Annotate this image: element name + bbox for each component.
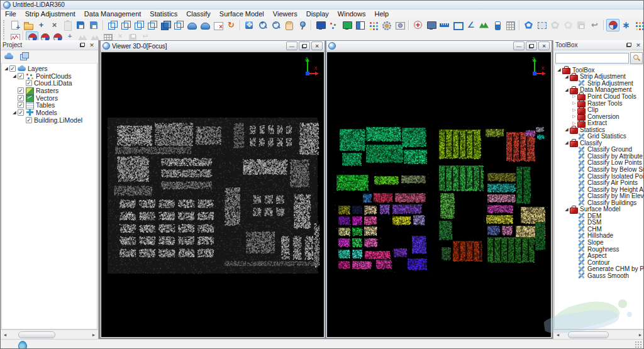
tree-item-gauss-smooth[interactable]: Gauss Smooth [555,272,643,279]
add-class-icon[interactable]: + [64,31,76,41]
grid-mode-icon[interactable] [101,31,114,41]
add-data-icon[interactable]: + [35,19,48,31]
pin-view-icon[interactable] [296,19,309,31]
tree-item-rasters[interactable]: ✓Rasters [2,87,97,94]
viewer1-canvas[interactable] [101,52,324,337]
tree-item-extract[interactable]: ▷Extract [555,119,643,126]
layer-checkbox[interactable]: ✓ [18,73,24,79]
open-data-icon[interactable] [21,19,35,31]
scroll-right-icon[interactable]: ► [636,331,644,338]
viewer2-restore-button[interactable] [526,42,537,50]
view-left-icon[interactable] [132,19,145,31]
expand-expand-icon[interactable]: ▷ [571,94,577,99]
expand-expand-icon[interactable]: ▷ [571,114,577,119]
viewer2-close-button[interactable]: ✕ [538,42,550,50]
undo-edit-icon[interactable]: ↩ [139,31,152,41]
view-right-icon[interactable] [145,19,158,31]
scroll-left-icon[interactable]: ◄ [554,331,562,338]
display-by-class-icon[interactable] [606,19,619,31]
tree-item-grid-statistics[interactable]: Grid Statistics [555,133,643,140]
resize-grip[interactable] [635,341,642,348]
scroll-left-icon[interactable]: ◄ [1,331,9,338]
color-table-icon[interactable] [367,19,380,31]
title-bar[interactable]: Untitled-LiDAR360 [1,1,643,9]
tree-item-vectors[interactable]: ✓Vectors [2,94,97,102]
tree-item-data-management[interactable]: ◢Data Management [555,87,643,94]
tree-item-classify-buildings[interactable]: Classify Buildings [555,199,643,206]
view-iso-sw-icon[interactable] [185,19,198,31]
tree-item-classify-air-points[interactable]: Classify Air Points [555,179,643,186]
view-bottom-icon[interactable] [119,19,132,31]
link-viewers-icon[interactable] [327,19,340,31]
save-project-as-icon[interactable] [87,19,101,31]
layer-checkbox[interactable]: ✓ [26,117,32,123]
add-point-cloud-icon[interactable] [3,50,18,63]
select-freehand-icon[interactable] [562,19,575,31]
layer-checkbox[interactable]: ✓ [18,102,24,108]
remove-data-icon[interactable]: × [48,19,61,31]
expand-collapse-icon[interactable]: ◢ [11,110,18,115]
tree-item-slope[interactable]: Slope [555,239,643,246]
tree-item-dem[interactable]: DEM [555,213,643,219]
expand-expand-icon[interactable]: ▷ [571,121,577,126]
viewer1-restore-button[interactable] [299,42,310,50]
view-back-icon[interactable] [172,19,185,31]
measure-area-icon[interactable] [451,19,464,31]
view-top-icon[interactable] [106,19,119,31]
tree-item-raster-tools[interactable]: ▷Raster Tools [555,100,643,107]
tree-item-strip-adjustment[interactable]: Strip Adjustment [555,80,643,87]
tree-item-classify-isolated-points[interactable]: Classify Isolated Points [555,173,643,180]
viewer1-close-button[interactable]: ✕ [311,42,323,50]
plot-profile-icon[interactable] [8,31,21,41]
toolbox-search-input[interactable] [555,53,629,64]
tree-item-tables[interactable]: ✓Tables [2,101,97,109]
expand-collapse-icon[interactable]: ◢ [11,74,18,79]
toolbox-hscrollbar[interactable]: ◄ ► [553,330,644,339]
measure-grid-icon[interactable] [504,19,517,31]
tree-item-surface-model[interactable]: ◢Surface Model [555,206,643,213]
menu-item-help[interactable]: Help [370,9,393,18]
rotate-view-icon[interactable]: ↻ [225,19,238,31]
layer-stack-icon[interactable] [18,50,33,63]
tree-item-classify-ground[interactable]: Classify Ground [555,147,643,153]
window-layout-icon[interactable] [353,19,367,31]
tree-item-models[interactable]: ◢✓Models [2,109,97,116]
expand-collapse-icon[interactable]: ◢ [564,207,570,212]
save-result-icon[interactable] [126,31,139,41]
display-by-elevation-icon[interactable] [633,19,644,31]
expand-collapse-icon[interactable]: ◢ [3,66,9,71]
pan-icon[interactable] [282,19,296,31]
tree-item-statistics[interactable]: ◢Statistics [555,126,643,133]
toolbox-float-button[interactable] [625,41,633,49]
menu-item-display[interactable]: Display [302,9,333,18]
view-front-icon[interactable] [158,19,172,31]
display-mode-icon[interactable] [340,19,353,31]
expand-expand-icon[interactable]: ▷ [571,108,577,113]
tree-item-contour[interactable]: Contour [555,259,643,266]
measure-volume-icon[interactable] [477,19,491,31]
menu-item-strip-adjustment[interactable]: Strip Adjustment [21,9,80,18]
tree-item-classify-by-below-surface[interactable]: Classify by Below Surface [555,166,643,173]
tree-item-classify-by-attribute[interactable]: Classify by Attribute [555,153,643,160]
viewer1-title-bar[interactable]: Viewer 3D-0[Focus] — ✕ [101,41,325,52]
tree-item-building-limodel[interactable]: ✓Building.LiModel [2,116,97,124]
new-viewer-icon[interactable] [314,19,327,31]
tree-item-dsm[interactable]: DSM [555,219,643,226]
view-iso-ne-icon[interactable] [198,19,211,31]
tree-item-chm[interactable]: CHM [555,226,643,233]
layer-checkbox[interactable]: ✓ [18,109,24,116]
save-project-icon[interactable] [74,19,87,31]
expand-collapse-icon[interactable]: ◢ [564,127,570,132]
tree-item-layers[interactable]: ◢✓Layers [2,65,97,72]
measure-density-icon[interactable] [491,19,504,31]
layer-checkbox[interactable]: ✓ [9,65,16,72]
clipboard-icon[interactable] [61,19,74,31]
menu-item-viewers[interactable]: Viewers [269,9,302,18]
viewer2-canvas[interactable] [327,52,551,337]
project-float-button[interactable] [78,41,87,49]
zoom-out-icon[interactable]: − [269,19,282,31]
toolbar-grip[interactable] [3,20,7,30]
save-selection-icon[interactable] [575,19,588,31]
undo-selection-icon[interactable]: ↩ [588,19,601,31]
tree-item-classify-by-height-above-gro[interactable]: Classify by Height Above Gro [555,186,643,193]
